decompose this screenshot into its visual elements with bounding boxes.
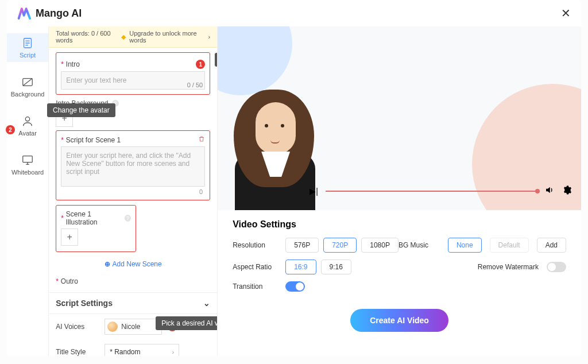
title-style-select[interactable]: * Random› xyxy=(105,344,179,356)
sidebar-item-background[interactable]: Background xyxy=(7,72,48,101)
outro-label: Outro xyxy=(61,277,78,285)
voice-avatar-icon xyxy=(107,322,118,332)
resolution-1080p[interactable]: 1080P xyxy=(361,238,399,253)
bgmusic-add[interactable]: Add xyxy=(537,238,566,253)
resolution-576p[interactable]: 576P xyxy=(285,238,319,253)
chevron-right-icon: › xyxy=(172,348,174,355)
person-icon xyxy=(21,115,34,127)
scene-label: Script for Scene 1 xyxy=(66,136,121,144)
intro-label: Intro xyxy=(66,60,80,68)
scene-counter: 0 xyxy=(61,188,205,195)
help-icon[interactable]: ? xyxy=(125,215,131,222)
sidebar-item-whiteboard[interactable]: Whiteboard xyxy=(7,150,48,179)
app-name: Mango AI xyxy=(36,7,82,20)
step-badge-2: 2 xyxy=(6,125,15,134)
intro-counter: 0 / 50 xyxy=(187,82,203,88)
background-icon xyxy=(21,76,34,88)
sidebar-label: Background xyxy=(11,91,45,98)
video-settings-title: Video Settings xyxy=(233,219,566,230)
sidebar-label: Avatar xyxy=(18,130,37,137)
word-count: Total words: 0 / 600 words xyxy=(56,30,121,44)
diamond-icon: ◆ xyxy=(121,33,126,41)
transition-label: Transition xyxy=(233,282,285,291)
add-new-scene-button[interactable]: ⊕ Add New Scene xyxy=(105,260,162,268)
tooltip-pick-voice: Pick a desired AI voice xyxy=(156,316,218,330)
step-badge-1: 1 xyxy=(196,60,205,69)
svg-rect-3 xyxy=(23,156,33,162)
watermark-label: Remove Watermark xyxy=(478,263,539,271)
scene-illus-add[interactable]: + xyxy=(61,229,78,246)
svg-point-2 xyxy=(25,117,29,121)
sidebar-item-script[interactable]: Script xyxy=(7,33,48,62)
scene-textarea[interactable] xyxy=(61,146,205,187)
seek-bar[interactable] xyxy=(326,191,537,192)
volume-icon[interactable] xyxy=(544,185,555,198)
voices-label: AI Voices xyxy=(56,323,99,331)
sidebar-label: Whiteboard xyxy=(11,169,44,176)
script-icon xyxy=(21,37,34,49)
whiteboard-icon xyxy=(21,154,34,166)
plus-icon: ⊕ xyxy=(105,260,110,268)
sidebar-item-avatar[interactable]: Avatar 2 xyxy=(7,111,48,140)
aspect-9-16[interactable]: 9:16 xyxy=(321,260,351,274)
upgrade-link[interactable]: ◆ Upgrade to unlock more words › xyxy=(121,30,210,44)
chevron-down-icon: ⌄ xyxy=(203,299,210,308)
aspect-16-9[interactable]: 16:9 xyxy=(285,260,316,274)
resolution-label: Resolution xyxy=(233,241,285,249)
chevron-right-icon: › xyxy=(208,33,210,40)
watermark-toggle[interactable] xyxy=(547,262,566,272)
close-button[interactable]: ✕ xyxy=(561,6,571,20)
settings-gear-icon[interactable] xyxy=(562,185,572,198)
bgmusic-label: BG Music xyxy=(399,241,440,249)
intro-block: * Intro 1 0 / 50 Add your content xyxy=(56,52,210,95)
tooltip-change-avatar: Change the avatar xyxy=(47,103,115,117)
intro-input[interactable] xyxy=(61,71,205,90)
logo-icon xyxy=(17,6,32,21)
bgmusic-default[interactable]: Default xyxy=(490,238,529,253)
bgmusic-none[interactable]: None xyxy=(448,238,482,253)
scene-illus-label: Scene 1 Illustration xyxy=(66,210,121,226)
play-next-button[interactable]: ▶| xyxy=(310,187,319,196)
video-preview: ▶| xyxy=(218,26,581,210)
voice-select[interactable]: Nicole xyxy=(105,319,162,335)
resolution-720p[interactable]: 720P xyxy=(323,238,357,253)
delete-scene-button[interactable] xyxy=(198,135,205,144)
create-video-button[interactable]: Create AI Video xyxy=(350,309,448,332)
app-logo: Mango AI xyxy=(17,6,82,21)
scene-illustration-block: * Scene 1 Illustration ? + xyxy=(56,205,136,252)
transition-toggle[interactable] xyxy=(285,281,305,292)
sidebar-label: Script xyxy=(20,52,36,59)
script-settings-toggle[interactable]: Script Settings ⌄ xyxy=(49,292,217,314)
aspect-label: Aspect Ratio xyxy=(233,263,285,271)
title-style-label: Title Style xyxy=(56,348,99,356)
scene-block: * Script for Scene 1 0 xyxy=(56,130,210,200)
